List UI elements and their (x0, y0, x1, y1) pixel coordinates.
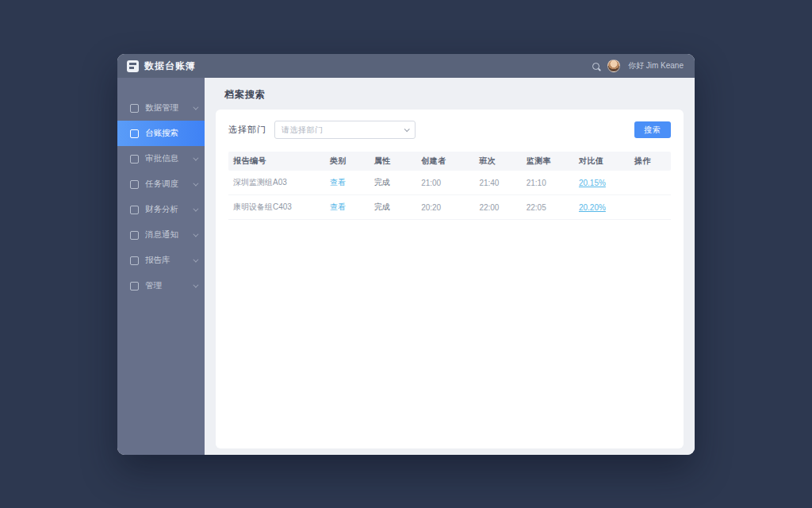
sidebar-item-approval-info[interactable]: 审批信息 (117, 146, 205, 171)
sidebar-item-data-management[interactable]: 数据管理 (117, 95, 205, 121)
filter-toolbar: 选择部门 请选择部门 搜索 (228, 121, 671, 139)
app-logo-icon (127, 60, 139, 72)
reports-icon (130, 256, 139, 265)
col-header-creator: 创建者 (416, 156, 474, 167)
cell-report-id: 康明设备组C403 (228, 202, 325, 213)
topbar-right-group: 你好 Jim Keane (592, 60, 684, 72)
sidebar-item-label: 数据管理 (145, 102, 178, 114)
message-icon (130, 231, 139, 240)
sidebar-item-messages[interactable]: 消息通知 (117, 222, 205, 248)
cell-shift: 21:40 (474, 179, 521, 187)
table-header-row: 报告编号 类别 属性 创建者 班次 监测率 对比值 操作 (228, 152, 671, 171)
sidebar-item-label: 任务调度 (145, 179, 178, 190)
sidebar-item-label: 管理 (145, 280, 162, 291)
sidebar-item-finance-analysis[interactable]: 财务分析 (117, 197, 205, 222)
search-button[interactable]: 搜索 (634, 121, 671, 138)
sidebar-item-label: 报告库 (145, 255, 170, 266)
app-title: 数据台账簿 (144, 60, 196, 73)
view-link[interactable]: 查看 (325, 177, 370, 188)
dashboard-icon (130, 104, 139, 113)
top-header-bar: 数据台账簿 你好 Jim Keane (117, 54, 695, 78)
department-filter-label: 选择部门 (228, 124, 266, 136)
cell-creator: 20:20 (416, 203, 474, 212)
col-header-compare-value: 对比值 (574, 156, 630, 167)
page-title: 档案搜索 (205, 78, 695, 110)
col-header-actions: 操作 (630, 156, 671, 167)
sidebar-item-label: 财务分析 (145, 204, 178, 215)
settings-icon (130, 282, 139, 291)
sidebar-item-task-schedule[interactable]: 任务调度 (117, 171, 205, 197)
cell-creator: 21:00 (416, 179, 474, 187)
app-window: 数据台账簿 你好 Jim Keane 数据管理 台账搜索 审批信息 (117, 54, 695, 455)
chevron-down-icon (193, 282, 198, 287)
approval-icon (130, 155, 139, 164)
sidebar-item-ledger-search[interactable]: 台账搜索 (117, 121, 205, 146)
finance-icon (130, 206, 139, 214)
sidebar-item-label: 审批信息 (145, 153, 178, 164)
cell-shift: 22:00 (474, 203, 521, 212)
results-table: 报告编号 类别 属性 创建者 班次 监测率 对比值 操作 深圳监测组A03 查看… (228, 152, 671, 220)
department-select-value: 请选择部门 (282, 125, 404, 136)
chevron-down-icon (193, 155, 198, 160)
chevron-down-icon (404, 126, 410, 132)
cell-attribute: 完成 (370, 202, 416, 213)
col-header-attribute: 属性 (370, 156, 416, 167)
col-header-report-id: 报告编号 (228, 156, 325, 167)
chevron-down-icon (193, 256, 198, 262)
col-header-shift: 班次 (474, 156, 521, 167)
table-row: 深圳监测组A03 查看 完成 21:00 21:40 21:10 20.15% (228, 171, 671, 195)
compare-value-link[interactable]: 20.15% (574, 179, 630, 187)
cell-monitor-rate: 22:05 (522, 203, 574, 212)
user-greeting: 你好 Jim Keane (628, 60, 684, 71)
table-row: 康明设备组C403 查看 完成 20:20 22:00 22:05 20.20% (228, 195, 671, 220)
col-header-category: 类别 (325, 156, 370, 167)
sidebar-item-admin[interactable]: 管理 (117, 273, 205, 298)
user-avatar[interactable] (607, 60, 620, 72)
col-header-monitor-rate: 监测率 (522, 156, 574, 167)
sidebar-item-report-library[interactable]: 报告库 (117, 248, 205, 273)
department-select[interactable]: 请选择部门 (274, 121, 416, 139)
cell-attribute: 完成 (370, 177, 416, 188)
cell-report-id: 深圳监测组A03 (228, 177, 325, 188)
content-card: 选择部门 请选择部门 搜索 报告编号 类别 属性 创建者 班次 监测率 (216, 110, 684, 448)
view-link[interactable]: 查看 (325, 202, 370, 213)
main-content: 档案搜索 选择部门 请选择部门 搜索 报告编号 类别 属性 创建者 (205, 78, 695, 455)
tasks-icon (130, 180, 139, 189)
chevron-down-icon (193, 180, 198, 186)
chevron-down-icon (193, 231, 198, 237)
compare-value-link[interactable]: 20.20% (574, 203, 630, 212)
sidebar-nav: 数据管理 台账搜索 审批信息 任务调度 财务分析 (117, 78, 205, 455)
sidebar-item-label: 台账搜索 (145, 128, 178, 139)
chevron-down-icon (193, 206, 198, 211)
chevron-down-icon (193, 104, 198, 110)
cell-monitor-rate: 21:10 (522, 179, 574, 187)
sidebar-item-label: 消息通知 (145, 229, 178, 241)
ledger-icon (130, 129, 139, 138)
search-icon[interactable] (592, 63, 599, 70)
